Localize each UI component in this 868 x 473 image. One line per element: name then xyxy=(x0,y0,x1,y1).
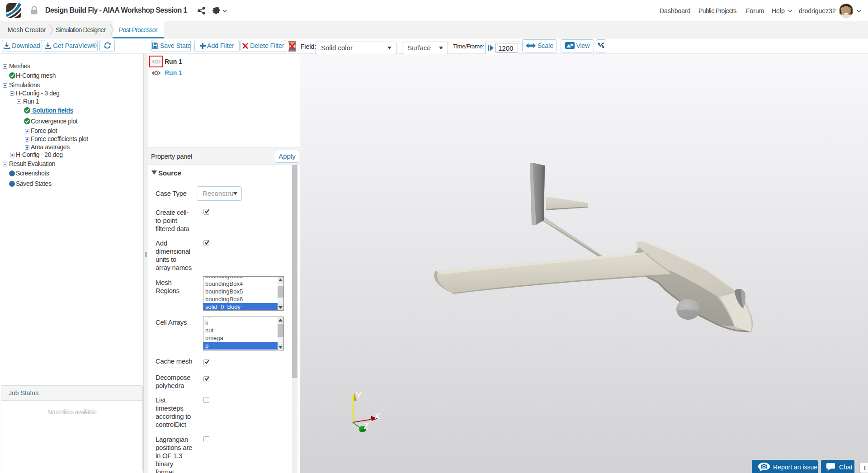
svg-text:Y: Y xyxy=(356,390,362,400)
svg-text:X: X xyxy=(374,411,380,421)
svg-text:Z: Z xyxy=(363,421,369,431)
